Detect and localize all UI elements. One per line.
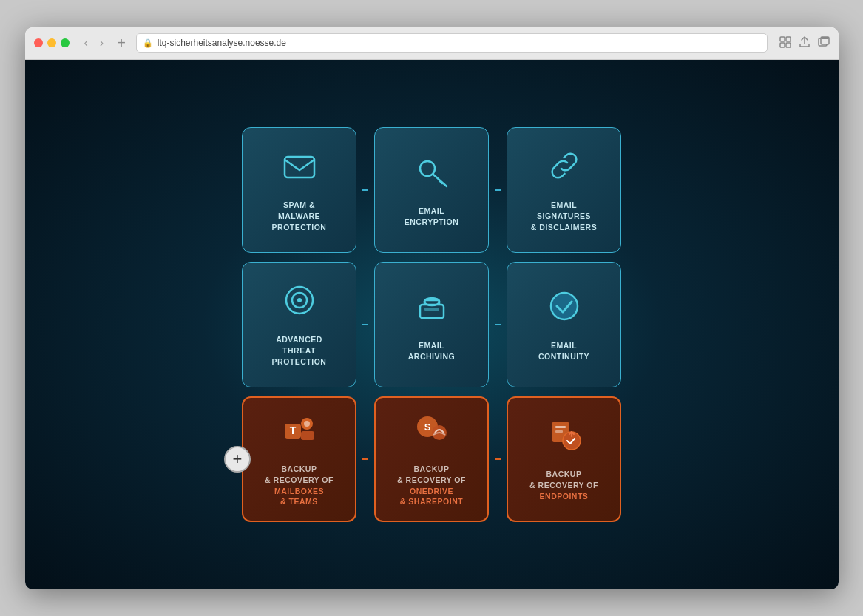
row-1: SPAM &MALWAREPROTECTION EMAILENCRYPTION <box>242 127 621 253</box>
backup-onedrive-label: BACKUP& RECOVERY OF ONEDRIVE& SHAREPOINT <box>391 464 472 507</box>
connector-8-9 <box>495 458 501 460</box>
connector-4-5 <box>362 324 368 325</box>
maximize-button[interactable] <box>61 38 70 47</box>
svg-rect-15 <box>424 308 439 311</box>
browser-content: SPAM &MALWAREPROTECTION EMAILENCRYPTION <box>25 60 839 589</box>
check-circle-icon <box>545 287 583 333</box>
email-archiving-label: EMAILARCHIVING <box>402 340 461 362</box>
card-backup-mailboxes[interactable]: T BACKUP& RECOVERY OF MAILBOXES& TEAMS <box>242 396 356 522</box>
svg-rect-27 <box>555 426 566 428</box>
spam-malware-label: SPAM &MALWAREPROTECTION <box>266 200 333 232</box>
card-email-encryption[interactable]: EMAILENCRYPTION <box>374 127 489 253</box>
svg-rect-3 <box>786 43 791 47</box>
svg-rect-1 <box>786 37 791 41</box>
back-button[interactable]: ‹ <box>81 35 91 51</box>
connector-7-8 <box>362 458 368 460</box>
connector-2-3 <box>495 189 501 191</box>
browser-titlebar: ‹ › + 🔒 <box>25 27 839 60</box>
svg-rect-22 <box>301 431 314 440</box>
tab-overview-button[interactable] <box>779 36 791 50</box>
svg-text:S: S <box>424 422 430 433</box>
email-encryption-label: EMAILENCRYPTION <box>399 206 464 227</box>
connector-5-6 <box>495 324 501 325</box>
email-continuity-label: EMAILCONTINUITY <box>532 340 595 362</box>
svg-rect-7 <box>285 157 314 177</box>
forward-button[interactable]: › <box>97 35 106 51</box>
svg-text:T: T <box>289 424 296 436</box>
sharepoint-icon: S <box>413 410 451 456</box>
browser-window: ‹ › + 🔒 <box>25 27 839 589</box>
svg-point-13 <box>297 298 302 302</box>
card-email-continuity[interactable]: EMAILCONTINUITY <box>507 262 621 387</box>
minimize-button[interactable] <box>47 38 56 47</box>
row-2: ADVANCEDTHREATPROTECTION EMAI <box>242 262 621 387</box>
key-icon <box>413 152 451 198</box>
plus-button[interactable]: + <box>224 446 251 473</box>
row-3: + T BACKUP& RECOVERY OF <box>242 396 621 522</box>
svg-rect-14 <box>420 305 444 318</box>
card-backup-endpoints[interactable]: BACKUP& RECOVERY OF ENDPOINTS <box>507 396 621 522</box>
svg-point-17 <box>551 293 578 319</box>
target-icon <box>280 281 319 327</box>
traffic-lights <box>34 38 70 47</box>
lock-icon: 🔒 <box>143 38 153 48</box>
advanced-threat-label: ADVANCEDTHREATPROTECTION <box>266 334 333 367</box>
url-input[interactable] <box>158 38 761 48</box>
card-advanced-threat[interactable]: ADVANCEDTHREATPROTECTION <box>242 262 356 387</box>
svg-rect-2 <box>780 43 785 47</box>
new-window-button[interactable] <box>818 36 830 50</box>
share-button[interactable] <box>799 36 810 50</box>
envelope-icon <box>280 146 319 192</box>
teams-icon: T <box>280 410 319 456</box>
svg-rect-0 <box>780 37 785 41</box>
backup-mailboxes-label: BACKUP& RECOVERY OF MAILBOXES& TEAMS <box>259 464 339 507</box>
svg-point-21 <box>304 421 310 427</box>
svg-rect-6 <box>821 37 829 39</box>
backup-endpoints-label: BACKUP& RECOVERY OF ENDPOINTS <box>524 469 604 501</box>
browser-actions <box>779 36 830 50</box>
connector-1-2 <box>362 189 368 191</box>
archive-icon <box>413 287 451 333</box>
endpoints-icon <box>545 416 583 461</box>
card-backup-onedrive[interactable]: S BACKUP& RECOVERY OF ONEDRIVE& SHAREPOI… <box>374 396 489 522</box>
card-email-signatures[interactable]: EMAILSIGNATURES& DISCLAIMERS <box>507 127 621 253</box>
new-tab-button[interactable]: + <box>112 33 130 53</box>
svg-point-8 <box>420 161 435 176</box>
card-spam-malware[interactable]: SPAM &MALWAREPROTECTION <box>242 127 356 253</box>
svg-rect-28 <box>555 430 563 433</box>
grid-container: SPAM &MALWAREPROTECTION EMAILENCRYPTION <box>242 127 621 522</box>
address-bar[interactable]: 🔒 <box>136 33 768 53</box>
card-email-archiving[interactable]: EMAILARCHIVING <box>374 262 489 387</box>
close-button[interactable] <box>34 38 43 47</box>
link-icon <box>545 146 583 192</box>
email-signatures-label: EMAILSIGNATURES& DISCLAIMERS <box>525 200 603 232</box>
